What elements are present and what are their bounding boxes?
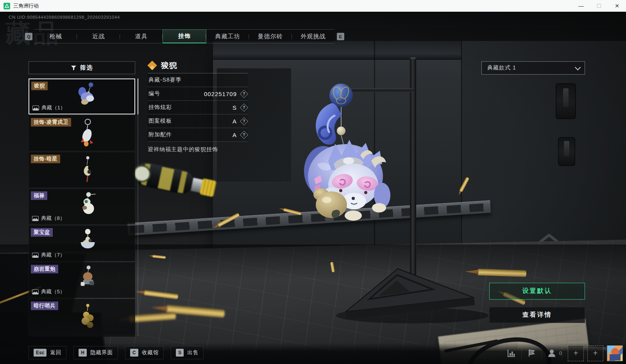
app-logo-icon (4, 3, 10, 9)
style-dropdown[interactable]: 典藏款式 1 (481, 61, 585, 75)
list-scrollbar[interactable] (138, 79, 138, 336)
prev-tab-key-hint: Q (25, 33, 32, 40)
item-thumbnail (70, 265, 103, 288)
bar-chart-icon (507, 349, 516, 357)
report-button[interactable] (522, 344, 542, 362)
set-default-button[interactable]: 设置默认 (489, 283, 585, 300)
question-diamond-icon[interactable]: ? (240, 117, 248, 125)
extra-accessory-grade: A (233, 132, 237, 138)
collection-count: 典藏（8） (32, 215, 65, 222)
charm-finish-row: 挂饰炫彩 S ? (148, 101, 248, 114)
filter-button[interactable]: 筛选 (29, 61, 135, 74)
tab-collection-workshop[interactable]: 典藏工坊 (206, 30, 249, 43)
item-thumbnail (70, 302, 103, 331)
charm-3d-view[interactable] (294, 78, 396, 223)
game-window: 三角洲行动 — ☐ ✕ 藏品 (0, 0, 626, 364)
item-name-badge: 狻猊 (31, 82, 48, 90)
hotkey-hints: Esc 返回 H 隐藏界面 C 收藏馆 S 出售 (29, 346, 204, 359)
style-dropdown-value: 典藏款式 1 (487, 64, 516, 71)
item-name-badge: 崩岩重炮 (31, 265, 58, 273)
close-button[interactable]: ✕ (608, 0, 626, 12)
collection-count: 典藏（5） (32, 288, 65, 295)
pattern-template-row: 图案模板 A ? (148, 114, 248, 128)
window-titlebar: 三角洲行动 — ☐ ✕ (0, 0, 626, 12)
item-detail-panel: 狻猊 典藏-S8赛季 编号 002251709 ? 挂饰炫彩 S ? 图案模板 … (148, 58, 248, 153)
question-diamond-icon[interactable]: ? (240, 103, 248, 111)
view-details-button[interactable]: 查看详情 (489, 307, 585, 323)
picture-icon (32, 253, 39, 258)
item-name-badge: 暗行哨兵 (31, 302, 58, 310)
crate-latch (556, 83, 576, 119)
scrollbar-thumb[interactable] (138, 79, 138, 114)
list-item-fulu[interactable]: 福禄 典藏（8） (29, 189, 135, 225)
tab-charms[interactable]: 挂饰 (163, 29, 206, 43)
event-banner-thumbnail[interactable] (607, 345, 623, 361)
social-button[interactable] (542, 344, 562, 362)
minimize-button[interactable]: — (572, 0, 590, 12)
picture-icon (32, 105, 39, 111)
question-diamond-icon[interactable]: ? (240, 130, 248, 139)
list-item-dark-star[interactable]: 挂饰-暗星 (29, 152, 135, 188)
list-item-treasure-bowl[interactable]: 聚宝盆 典藏（7） (29, 225, 135, 261)
next-tab-key-hint: E (337, 33, 344, 40)
season-row: 典藏-S8赛季 (148, 73, 248, 87)
pattern-template-grade: A (233, 118, 237, 125)
item-name-badge: 聚宝盆 (31, 228, 53, 237)
collection-count: 典藏（7） (32, 252, 65, 259)
detail-title-row: 狻猊 (148, 58, 248, 73)
picture-icon (32, 216, 39, 221)
charm-item-list: 狻猊 典藏（1） 挂饰-凌霄戍卫 (29, 79, 135, 337)
chevron-down-icon (575, 64, 581, 70)
category-tabs: 枪械 近战 道具 挂饰 典藏工坊 曼德尔砖 外观挑战 (34, 29, 334, 43)
tab-appearance-challenge[interactable]: 外观挑战 (292, 30, 334, 43)
serial-row: 编号 002251709 ? (148, 87, 248, 101)
taskbar: 0 + + (501, 344, 623, 362)
item-thumbnail (70, 82, 103, 105)
item-thumbnail (70, 118, 103, 148)
stats-button[interactable] (501, 344, 522, 362)
account-uid: CN UID:908544439860998681298_20260329104… (9, 15, 120, 20)
item-name-badge: 挂饰-凌霄戍卫 (31, 118, 71, 127)
funnel-icon (71, 65, 77, 71)
item-title: 狻猊 (161, 60, 177, 71)
tab-mandel-brick[interactable]: 曼德尔砖 (249, 30, 292, 43)
season-label: 典藏-S8赛季 (148, 77, 182, 84)
hotkey-back[interactable]: Esc 返回 (29, 346, 66, 359)
serial-value: 002251709 (204, 91, 237, 97)
list-item-suanni[interactable]: 狻猊 典藏（1） (29, 79, 135, 114)
hotkey-sell[interactable]: S 出售 (171, 346, 204, 359)
flag-icon (528, 349, 536, 357)
tab-gear[interactable]: 道具 (120, 30, 163, 43)
charm-finish-grade: S (233, 104, 237, 111)
item-name-badge: 挂饰-暗星 (31, 155, 60, 163)
item-name-badge: 福禄 (31, 191, 47, 200)
extra-accessory-row: 附加配件 A ? (148, 128, 248, 142)
list-item-rockbreaker-cannon[interactable]: 崩岩重炮 典藏（5） (29, 262, 135, 298)
tab-weapons[interactable]: 枪械 (34, 30, 77, 43)
person-icon (547, 348, 557, 358)
list-item-lingxiao-guard[interactable]: 挂饰-凌霄戍卫 (29, 115, 135, 151)
question-diamond-icon[interactable]: ? (240, 89, 248, 98)
tab-melee[interactable]: 近战 (77, 30, 120, 43)
empty-slot-add-button[interactable]: + (587, 345, 603, 361)
hotkey-collection-hall[interactable]: C 收藏馆 (125, 346, 164, 359)
crate-latch (558, 137, 575, 166)
empty-slot-add-button[interactable]: + (568, 345, 584, 361)
item-thumbnail (70, 191, 103, 215)
picture-icon (32, 289, 39, 294)
filter-label: 筛选 (80, 64, 93, 71)
hotkey-hide-ui[interactable]: H 隐藏界面 (73, 346, 118, 359)
item-thumbnail (70, 155, 103, 185)
list-item-shadow-sentinel[interactable]: 暗行哨兵 (29, 299, 135, 335)
diamond-cluster-icon (148, 61, 157, 70)
collection-count: 典藏（1） (32, 104, 66, 111)
maximize-button[interactable]: ☐ (590, 0, 608, 12)
window-title: 三角洲行动 (13, 2, 39, 9)
item-thumbnail (70, 228, 103, 252)
item-description: 迎祥纳福主题中的狻猊挂饰 (148, 142, 248, 153)
oil-bottle (132, 161, 224, 203)
